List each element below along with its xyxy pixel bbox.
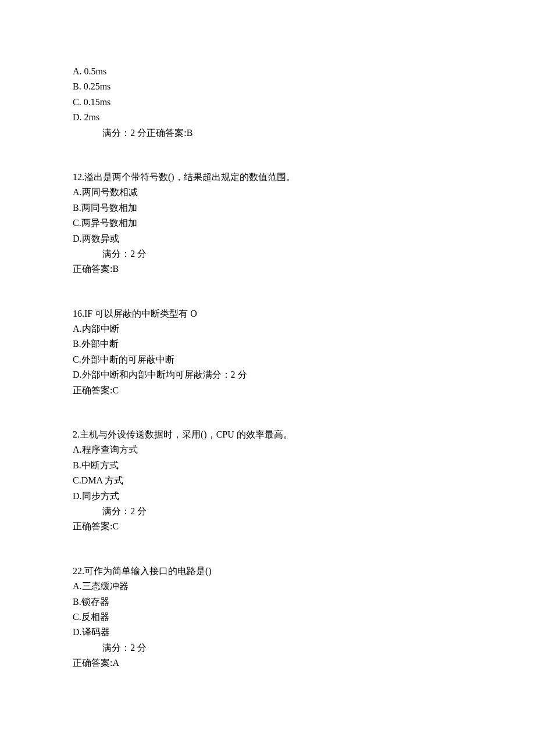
option-b: B. 0.25ms [73,79,462,94]
question-stem: 2.主机与外设传送数据时，采用()，CPU 的效率最高。 [73,427,462,442]
answer-line: 正确答案:C [73,383,462,398]
question-16-block: 16.IF 可以屏蔽的中断类型有 O A.内部中断 B.外部中断 C.外部中断的… [73,306,462,398]
option-a: A.两同号数相减 [73,185,462,200]
option-c: C.反相器 [73,610,462,625]
option-text: 0.5ms [84,66,107,76]
score-line: 满分：2 分 [73,640,462,655]
option-text: 0.25ms [84,81,111,91]
option-prefix: B. [73,81,84,91]
option-d: D.同步方式 [73,489,462,504]
option-d: D.两数异或 [73,231,462,246]
option-prefix: C. [73,97,84,107]
answer-line: 正确答案:C [73,519,462,534]
option-d: D. 2ms [73,110,462,125]
option-prefix: A. [73,66,84,76]
option-a: A. 0.5ms [73,64,462,79]
option-b: B.中断方式 [73,458,462,473]
option-c: C.DMA 方式 [73,473,462,488]
option-d: D.译码器 [73,625,462,640]
option-prefix: D. [73,112,84,122]
score-line: 满分：2 分 [73,246,462,261]
score-answer-line: 满分：2 分正确答案:B [73,126,462,141]
option-a: A.程序查询方式 [73,442,462,457]
option-a: A.内部中断 [73,321,462,336]
document-page: A. 0.5ms B. 0.25ms C. 0.15ms D. 2ms 满分：2… [0,0,535,756]
option-text: 2ms [84,112,100,122]
option-b: B.锁存器 [73,594,462,610]
question-stem: 22.可作为简单输入接口的电路是() [73,564,462,579]
option-text: 0.15ms [84,97,111,107]
question-stem: 16.IF 可以屏蔽的中断类型有 O [73,306,462,321]
option-b: B.外部中断 [73,336,462,352]
option-c: C.两异号数相加 [73,216,462,231]
question-11-block: A. 0.5ms B. 0.25ms C. 0.15ms D. 2ms 满分：2… [73,64,462,141]
question-22-block: 22.可作为简单输入接口的电路是() A.三态缓冲器 B.锁存器 C.反相器 D… [73,564,462,671]
option-a: A.三态缓冲器 [73,579,462,594]
answer-line: 正确答案:B [73,261,462,277]
question-stem: 12.溢出是两个带符号数()，结果超出规定的数值范围。 [73,170,462,185]
answer-line: 正确答案:A [73,655,462,671]
question-2-block: 2.主机与外设传送数据时，采用()，CPU 的效率最高。 A.程序查询方式 B.… [73,427,462,535]
option-c: C. 0.15ms [73,95,462,110]
option-b: B.两同号数相加 [73,200,462,216]
score-line: 满分：2 分 [73,504,462,519]
option-d: D.外部中断和内部中断均可屏蔽满分：2 分 [73,367,462,382]
option-c: C.外部中断的可屏蔽中断 [73,352,462,367]
question-12-block: 12.溢出是两个带符号数()，结果超出规定的数值范围。 A.两同号数相减 B.两… [73,170,462,277]
